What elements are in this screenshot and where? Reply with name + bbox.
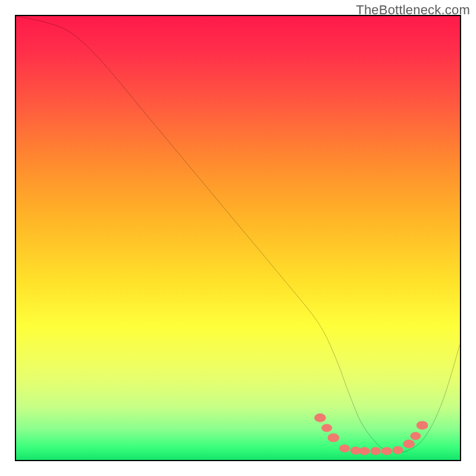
curve-svg bbox=[16, 16, 460, 460]
valley-dot bbox=[321, 424, 332, 432]
valley-dot bbox=[370, 447, 381, 455]
valley-dot bbox=[328, 433, 340, 442]
chart-container: TheBottleneck.com bbox=[0, 0, 476, 476]
valley-dot bbox=[339, 444, 350, 452]
bottleneck-curve bbox=[16, 16, 460, 452]
valley-dot bbox=[381, 447, 392, 455]
valley-dot bbox=[314, 414, 326, 422]
valley-dot bbox=[393, 446, 403, 454]
valley-dot bbox=[359, 447, 370, 455]
valley-dot bbox=[403, 440, 415, 449]
valley-dot bbox=[416, 421, 428, 430]
plot-area bbox=[15, 15, 461, 461]
valley-markers bbox=[314, 414, 428, 455]
valley-dot bbox=[410, 432, 421, 440]
watermark-text: TheBottleneck.com bbox=[356, 2, 470, 18]
